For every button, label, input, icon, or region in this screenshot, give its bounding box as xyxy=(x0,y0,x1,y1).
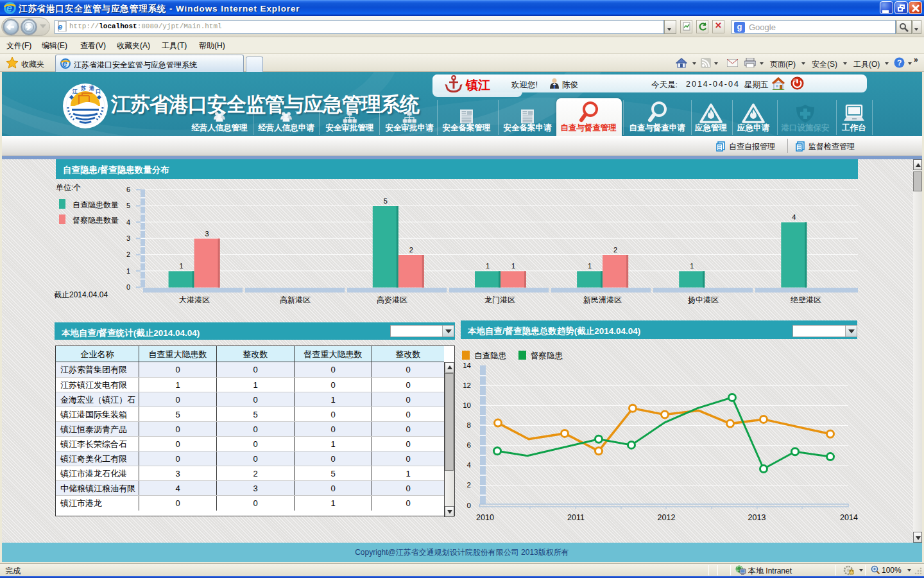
svg-text:港: 港 xyxy=(89,85,95,91)
svg-text:4: 4 xyxy=(126,218,130,226)
svg-text:2: 2 xyxy=(126,250,130,258)
svg-text:1: 1 xyxy=(180,262,184,270)
svg-text:2: 2 xyxy=(409,246,413,254)
svg-text:4: 4 xyxy=(467,461,472,469)
svg-text:12: 12 xyxy=(463,381,471,389)
svg-text:2012: 2012 xyxy=(658,513,676,522)
svg-text:2014: 2014 xyxy=(840,513,858,522)
svg-text:2013: 2013 xyxy=(748,513,766,522)
svg-text:绝壁港区: 绝壁港区 xyxy=(790,295,821,304)
svg-text:扬中港区: 扬中港区 xyxy=(687,295,719,304)
svg-text:5: 5 xyxy=(384,197,388,205)
svg-text:3: 3 xyxy=(126,234,130,242)
svg-text:6: 6 xyxy=(126,186,130,193)
svg-text:截止2014.04.04: 截止2014.04.04 xyxy=(54,290,108,299)
svg-text:龙门港区: 龙门港区 xyxy=(484,295,515,304)
svg-text:苏: 苏 xyxy=(80,85,86,91)
svg-text:自查隐患: 自查隐患 xyxy=(474,351,507,360)
svg-text:新民洲港区: 新民洲港区 xyxy=(583,295,622,304)
svg-text:6: 6 xyxy=(467,441,471,449)
svg-text:口: 口 xyxy=(96,89,101,94)
svg-text:10: 10 xyxy=(463,401,471,409)
svg-text:14: 14 xyxy=(463,362,471,369)
svg-text:2011: 2011 xyxy=(567,513,585,522)
svg-text:2010: 2010 xyxy=(476,513,494,522)
svg-text:0: 0 xyxy=(467,502,471,509)
svg-text:高姿港区: 高姿港区 xyxy=(377,295,407,304)
svg-text:江: 江 xyxy=(72,89,78,94)
svg-text:e: e xyxy=(58,22,62,31)
svg-text:8: 8 xyxy=(467,421,471,429)
svg-text:单位:个: 单位:个 xyxy=(56,183,81,192)
svg-text:高新港区: 高新港区 xyxy=(280,295,311,304)
svg-text:2: 2 xyxy=(467,481,471,489)
svg-text:3: 3 xyxy=(205,230,209,238)
svg-text:督察隐患数量: 督察隐患数量 xyxy=(73,216,119,225)
svg-text:?: ? xyxy=(897,58,902,67)
svg-text:1: 1 xyxy=(486,262,490,270)
svg-text:1: 1 xyxy=(126,267,130,275)
svg-text:1: 1 xyxy=(588,262,592,270)
svg-text:大港港区: 大港港区 xyxy=(179,295,210,304)
svg-text:1: 1 xyxy=(690,262,694,270)
svg-text:0: 0 xyxy=(126,283,130,291)
svg-text:自查隐患数量: 自查隐患数量 xyxy=(73,200,119,209)
svg-text:4: 4 xyxy=(792,213,796,221)
svg-text:e: e xyxy=(62,58,67,69)
svg-text:1: 1 xyxy=(511,262,515,270)
svg-text:督察隐患: 督察隐患 xyxy=(531,351,563,360)
svg-text:5: 5 xyxy=(126,202,130,209)
svg-text:2: 2 xyxy=(613,246,617,254)
